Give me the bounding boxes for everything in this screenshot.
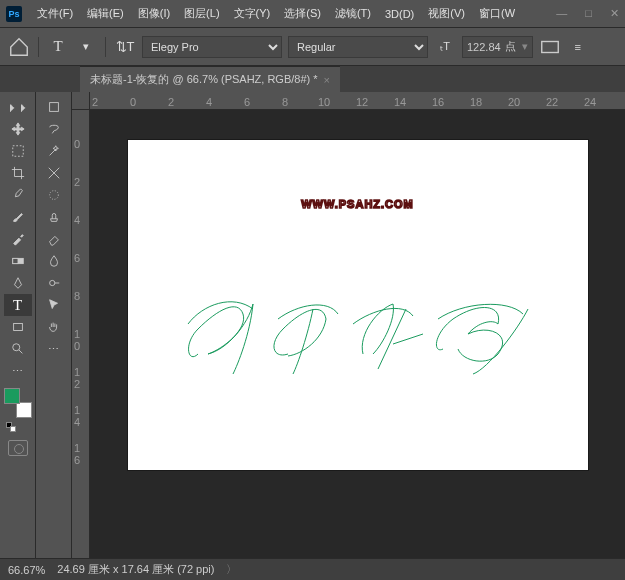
home-icon[interactable] [8, 36, 30, 58]
svg-rect-1 [12, 146, 23, 157]
zoom-level[interactable]: 66.67% [8, 564, 45, 576]
edit-toolbar-icon[interactable]: ⋯ [40, 338, 68, 360]
svg-rect-0 [541, 41, 558, 52]
svg-rect-6 [49, 103, 58, 112]
eraser-tool[interactable] [40, 228, 68, 250]
options-bar: T ▾ ⇅T Elegy Pro Regular ₜT 122.84 点 ▾ ≡ [0, 28, 625, 66]
canvas-viewport[interactable]: WWW.PSAHZ.COM [90, 110, 625, 558]
rectangle-tool[interactable] [4, 316, 32, 338]
clone-stamp-tool[interactable] [40, 206, 68, 228]
brush-tool[interactable] [4, 206, 32, 228]
hand-tool[interactable] [40, 316, 68, 338]
window-maximize[interactable]: □ [585, 7, 592, 20]
menu-3d[interactable]: 3D(D) [378, 8, 421, 20]
zoom-tool[interactable] [4, 338, 32, 360]
quick-mask-icon[interactable] [8, 440, 28, 456]
background-color[interactable] [16, 402, 32, 418]
app-logo: Ps [6, 6, 22, 22]
lasso-tool[interactable] [40, 118, 68, 140]
marquee-tool[interactable] [4, 140, 32, 162]
menu-filter[interactable]: 滤镜(T) [328, 6, 378, 21]
ellipsis-icon[interactable]: ⋯ [4, 360, 32, 382]
script-text-layer [128, 274, 588, 386]
font-size-input[interactable]: 122.84 点 ▾ [462, 36, 533, 58]
svg-point-7 [49, 191, 58, 200]
menu-edit[interactable]: 编辑(E) [80, 6, 131, 21]
color-swatches[interactable] [4, 388, 32, 418]
antialiasing-icon[interactable] [539, 36, 561, 58]
document-tab[interactable]: 未标题-1-恢复的 @ 66.7% (PSAHZ, RGB/8#) * × [80, 66, 340, 92]
svg-rect-4 [13, 324, 22, 331]
document-canvas[interactable]: WWW.PSAHZ.COM [128, 140, 588, 470]
tab-close-icon[interactable]: × [324, 74, 330, 86]
svg-rect-3 [12, 258, 17, 263]
slice-tool[interactable] [40, 162, 68, 184]
text-orientation-icon[interactable]: ⇅T [114, 36, 136, 58]
pen-tool[interactable] [4, 272, 32, 294]
horizontal-ruler[interactable]: 2 0 2 4 6 8 10 12 14 16 18 20 22 24 [90, 92, 625, 110]
dodge-tool[interactable] [40, 272, 68, 294]
svg-point-8 [49, 280, 54, 285]
menu-window[interactable]: 窗口(W [472, 6, 522, 21]
dropdown-icon[interactable]: ▾ [75, 36, 97, 58]
menu-image[interactable]: 图像(I) [131, 6, 177, 21]
document-dimensions: 24.69 厘米 x 17.64 厘米 (72 ppi) [57, 562, 214, 577]
watermark-text: WWW.PSAHZ.COM [128, 140, 588, 214]
title-bar: Ps 文件(F) 编辑(E) 图像(I) 图层(L) 文字(Y) 选择(S) 滤… [0, 0, 625, 28]
path-selection-tool[interactable] [40, 294, 68, 316]
history-brush-tool[interactable] [4, 228, 32, 250]
font-family-select[interactable]: Elegy Pro [142, 36, 282, 58]
toolbar-left-col2: ⋯ [36, 92, 72, 558]
document-tabs: 未标题-1-恢复的 @ 66.7% (PSAHZ, RGB/8#) * × [0, 66, 625, 92]
status-menu-icon[interactable]: 〉 [226, 562, 237, 577]
window-close[interactable]: ✕ [610, 7, 619, 20]
eyedropper-tool[interactable] [4, 184, 32, 206]
font-style-select[interactable]: Regular [288, 36, 428, 58]
type-tool[interactable]: T [4, 294, 32, 316]
blur-tool[interactable] [40, 250, 68, 272]
toolbar-left-col1: ⏵⏵ T ⋯ [0, 92, 36, 558]
svg-point-5 [12, 344, 19, 351]
align-icon[interactable]: ≡ [567, 36, 589, 58]
menu-select[interactable]: 选择(S) [277, 6, 328, 21]
font-size-icon: ₜT [434, 36, 456, 58]
menu-layer[interactable]: 图层(L) [177, 6, 226, 21]
magic-wand-tool[interactable] [40, 140, 68, 162]
gradient-tool[interactable] [4, 250, 32, 272]
type-tool-icon[interactable]: T [47, 36, 69, 58]
crop-tool[interactable] [4, 162, 32, 184]
status-bar: 66.67% 24.69 厘米 x 17.64 厘米 (72 ppi) 〉 [0, 558, 625, 580]
menu-view[interactable]: 视图(V) [421, 6, 472, 21]
window-minimize[interactable]: — [556, 7, 567, 20]
tab-title: 未标题-1-恢复的 @ 66.7% (PSAHZ, RGB/8#) * [90, 72, 318, 87]
menu-type[interactable]: 文字(Y) [227, 6, 278, 21]
panel-toggle-icon[interactable]: ⏵⏵ [4, 96, 32, 118]
vertical-ruler[interactable]: 0 2 4 6 8 1 0 1 2 1 4 1 6 [72, 110, 90, 558]
move-tool[interactable] [4, 118, 32, 140]
default-colors-icon[interactable] [6, 422, 16, 432]
ruler-origin[interactable] [72, 92, 90, 110]
menu-file[interactable]: 文件(F) [30, 6, 80, 21]
foreground-color[interactable] [4, 388, 20, 404]
spot-healing-tool[interactable] [40, 184, 68, 206]
artboard-tool[interactable] [40, 96, 68, 118]
